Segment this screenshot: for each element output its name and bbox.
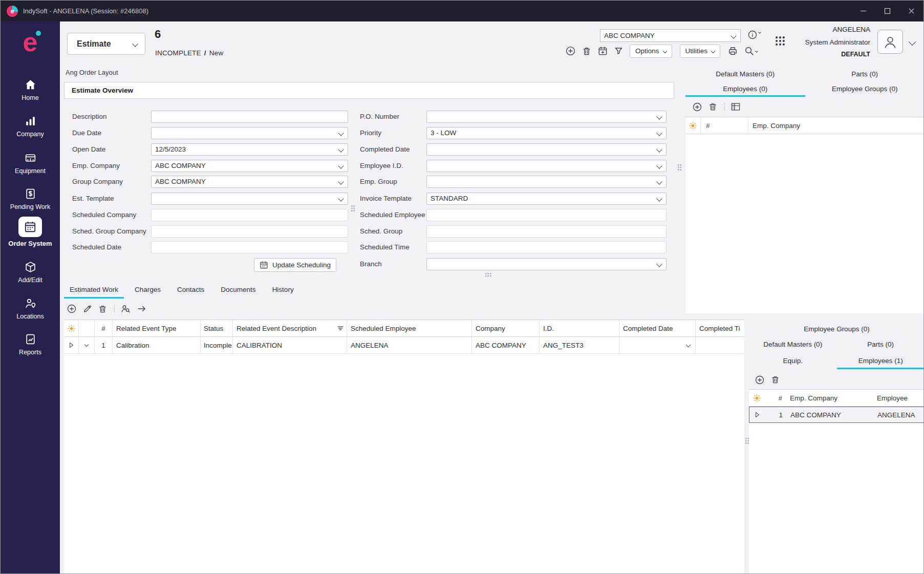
sun-icon [685,117,701,134]
tab-equip[interactable]: Equip. [749,352,837,369]
completed-date-select[interactable] [426,143,667,156]
sidebar-item-locations[interactable]: Locations [1,296,60,320]
record-type-dropdown[interactable]: Estimate [67,33,145,55]
add-row-button[interactable] [693,102,702,112]
emp-group-select[interactable] [426,176,667,188]
column-id[interactable]: I.D. [540,320,619,336]
minimize-button[interactable] [851,1,875,22]
column-employee[interactable]: Employee [874,390,924,406]
masters-panel-tabs: Employees (0) Employee Groups (0) [685,81,924,97]
column-related-event-description[interactable]: Related Event Description [233,320,347,336]
chevron-down-icon [755,50,758,53]
sidebar-item-home[interactable]: Home [1,78,60,101]
tab-employees[interactable]: Employees (0) [685,81,805,97]
sched-group-company-input[interactable] [151,225,348,238]
cell-completed-date[interactable] [619,337,696,353]
emp-company-select[interactable]: ABC COMPANY [151,160,348,172]
column-emp-company[interactable]: Emp. Company [748,117,924,134]
sidebar-item-company[interactable]: Company [1,114,60,138]
employee-id-select[interactable] [426,160,667,172]
tab-documents[interactable]: Documents [215,283,261,299]
tab-default-masters[interactable]: Default Masters (0) [749,336,837,352]
sidebar-item-reports[interactable]: Reports [1,332,60,356]
po-number-label: P.O. Number [360,111,399,123]
go-to-arrow-button[interactable] [137,305,147,312]
options-button[interactable]: Options [630,45,672,58]
tab-parts[interactable]: Parts (0) [837,336,924,352]
column-related-event-type[interactable]: Related Event Type [113,320,201,336]
row-dropdown-icon[interactable] [79,337,95,353]
column-status[interactable]: Status [201,320,233,336]
table-header: # Emp. Company [685,117,924,134]
branch-select[interactable] [426,258,667,270]
edit-work-button[interactable] [83,305,92,313]
scheduled-time-input[interactable] [426,241,667,253]
tab-history[interactable]: History [267,283,299,299]
update-scheduling-button[interactable]: Update Scheduling [254,258,336,272]
delete-row-button[interactable] [771,375,780,384]
description-input[interactable] [151,111,348,123]
tab-estimated-work[interactable]: Estimated Work [64,283,124,299]
avatar[interactable] [877,30,903,54]
due-date-select[interactable] [151,127,348,139]
column-num[interactable]: # [764,390,787,406]
sort-icon[interactable] [337,325,344,331]
grid-view-button[interactable] [731,102,740,111]
sidebar-item-pending-work[interactable]: Pending Work [1,187,60,210]
sched-group-input[interactable] [426,225,667,238]
filter-icon[interactable] [614,47,623,55]
sidebar-item-equipment[interactable]: Equipment [1,151,60,175]
close-button[interactable] [899,1,923,22]
open-date-select[interactable]: 12/5/2023 [151,143,348,156]
tab-employees[interactable]: Employees (1) [837,352,924,369]
scheduled-company-input[interactable] [151,209,348,221]
tab-charges[interactable]: Charges [129,283,166,299]
column-emp-company[interactable]: Emp. Company [787,390,874,406]
company-selector[interactable]: ABC COMPANY [600,29,741,42]
maximize-button[interactable] [875,1,899,22]
tab-employee-groups[interactable]: Employee Groups (0) [749,322,924,336]
splitter-handle[interactable] [351,205,355,212]
po-number-select[interactable] [426,111,667,123]
tab-employee-groups[interactable]: Employee Groups (0) [805,81,924,97]
sidebar-item-add-edit[interactable]: Add/Edit [1,260,60,284]
column-company[interactable]: Company [472,320,540,336]
add-row-button[interactable] [755,375,764,385]
masters-toolbar [685,97,924,117]
scheduled-date-input[interactable] [151,241,348,253]
user-menu-chevron[interactable] [910,37,915,47]
employee-search-button[interactable] [121,304,131,313]
search-button[interactable] [744,46,758,56]
delete-row-button[interactable] [708,102,717,111]
column-num[interactable]: # [95,320,113,336]
table-row-selected[interactable]: 1 ABC COMPANY ANGELENA [749,407,924,423]
info-button[interactable] [748,30,761,39]
column-completed-date[interactable]: Completed Date [619,320,696,336]
add-work-button[interactable] [67,304,76,313]
tab-contacts[interactable]: Contacts [171,283,210,299]
row-expander-icon[interactable] [749,407,765,422]
priority-select[interactable]: 3 - LOW [426,127,667,139]
row-expander-icon[interactable] [64,337,79,353]
sidebar-item-order-system[interactable]: Order System [1,217,60,247]
add-record-button[interactable] [566,46,575,56]
column-completed-time[interactable]: Completed Ti [696,320,744,336]
column-scheduled-employee[interactable]: Scheduled Employee [347,320,472,336]
splitter-handle[interactable] [485,272,492,277]
tab-default-masters[interactable]: Default Masters (0) [685,67,805,81]
tab-parts[interactable]: Parts (0) [805,67,924,81]
table-row[interactable]: 1 Calibration Incomple CALIBRATION ANGEL… [64,337,744,354]
scheduled-employee-input[interactable] [426,209,667,221]
delete-record-button[interactable] [582,47,591,56]
delete-work-button[interactable] [98,305,107,313]
splitter-handle[interactable] [677,164,682,171]
invoice-template-select[interactable]: STANDARD [426,193,667,205]
group-company-select[interactable]: ABC COMPANY [151,176,348,188]
cell-id: ANG_TEST3 [540,337,619,353]
app-launcher-icon[interactable] [775,35,786,49]
utilities-button[interactable]: Utilities [680,45,721,58]
column-num[interactable]: # [701,117,748,134]
print-button[interactable] [728,46,738,56]
est-template-select[interactable] [151,193,348,205]
calendar-add-button[interactable] [598,46,608,56]
